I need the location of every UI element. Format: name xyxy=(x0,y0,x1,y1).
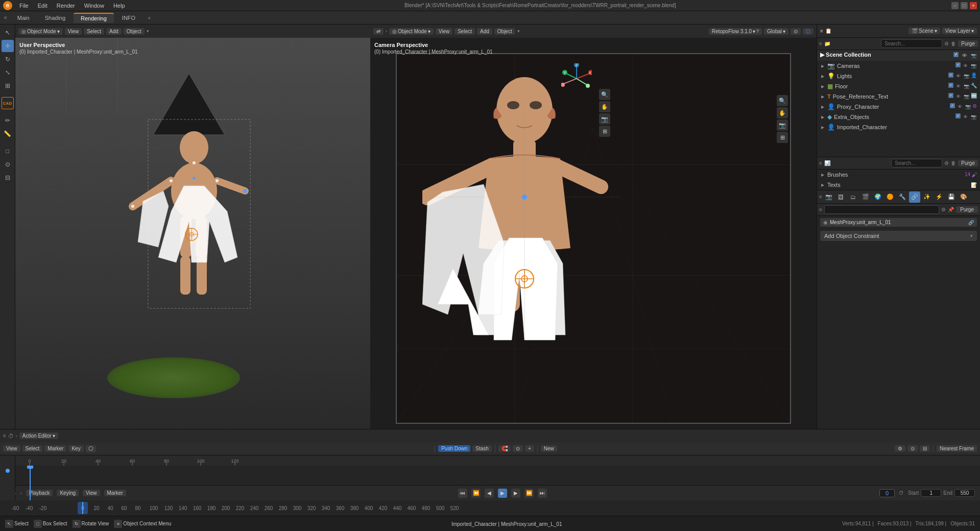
tab-info[interactable]: INFO xyxy=(115,13,142,22)
nearest-frame-btn[interactable]: Nearest Frame xyxy=(937,445,977,452)
object-menu-left[interactable]: Object xyxy=(124,28,145,35)
menu-edit[interactable]: Edit xyxy=(34,2,52,10)
jump-start-btn[interactable]: ⏮ xyxy=(458,489,467,498)
prev-keyframe-btn[interactable]: ⏪ xyxy=(471,489,481,498)
camera-vp-icon[interactable]: 📷 xyxy=(777,119,788,131)
outliner-item-imported[interactable]: ▶ 👤 Imported_Character xyxy=(817,122,980,132)
constraint-link-icon[interactable]: 🔗 xyxy=(968,220,974,225)
vis-cb-lights[interactable]: ✓ xyxy=(948,73,953,78)
tool-extra2[interactable]: ⊟ xyxy=(2,172,14,184)
next-frame-btn[interactable]: ▶ xyxy=(511,489,520,498)
shading-btns-right[interactable]: ⬡ xyxy=(803,28,814,35)
box-select-icon[interactable]: □ xyxy=(34,520,42,528)
tl-mode-btn[interactable]: ⊙ xyxy=(907,445,918,452)
end-frame-input[interactable]: 550 xyxy=(954,489,975,497)
prop-tab-output[interactable]: 🖼 xyxy=(835,191,847,203)
minimize-button[interactable]: − xyxy=(951,2,959,9)
tool-cad[interactable]: CAD xyxy=(2,97,14,109)
context-menu-icon[interactable]: ≡ xyxy=(114,520,122,528)
vis-cb-cameras[interactable]: ✓ xyxy=(955,62,961,67)
filter-icon[interactable]: ⚙ xyxy=(941,207,946,212)
grid-icon[interactable]: ⊞ xyxy=(599,126,610,137)
render-cameras[interactable]: 📷 xyxy=(970,62,977,69)
tool-scale[interactable]: ⤡ xyxy=(2,66,14,79)
data-search[interactable] xyxy=(891,159,942,167)
grid-icon-right[interactable]: ⊞ xyxy=(777,132,788,143)
action-editor-mode-btn[interactable]: Action Editor ▾ xyxy=(19,432,58,439)
play-btn[interactable]: ▶ xyxy=(498,489,507,498)
outliner-item-pose[interactable]: ▶ T Pose_Reference_Text ✓ 👁 📷 🔤 xyxy=(817,91,980,102)
menu-file[interactable]: File xyxy=(15,2,33,10)
eye-icon-scene[interactable]: 👁 xyxy=(961,52,968,59)
menu-render[interactable]: Render xyxy=(53,2,79,10)
retopoflow-btn-right[interactable]: RetopoFlow 3.1.0 ▾ ? xyxy=(709,28,762,35)
stash-btn[interactable]: Stash xyxy=(472,445,492,452)
playhead[interactable] xyxy=(30,466,31,500)
tool-move[interactable]: ✛ xyxy=(2,40,14,52)
close-button[interactable]: × xyxy=(970,2,977,9)
render-lights[interactable]: 📷 xyxy=(963,73,970,80)
start-frame-input[interactable]: 1 xyxy=(921,489,941,497)
vis-cb-proxy[interactable]: ✓ xyxy=(950,103,955,108)
tl-select-btn[interactable]: Select xyxy=(22,445,43,452)
tab-shading[interactable]: Shading xyxy=(38,13,73,22)
prop-tab-material[interactable]: 🎨 xyxy=(958,191,969,203)
outliner-item-floor[interactable]: ▶ ▦ Floor ✓ 👁 📷 🔧 xyxy=(817,81,980,91)
jump-end-btn[interactable]: ⏭ xyxy=(538,489,547,498)
data-purge-button[interactable]: Purge xyxy=(958,160,978,166)
prop-tab-scene[interactable]: 🎬 xyxy=(860,191,871,203)
tl-marker-btn[interactable]: Marker xyxy=(44,445,66,452)
tl-filters-btn[interactable]: ⚙ xyxy=(895,445,905,452)
render-floor[interactable]: 📷 xyxy=(963,83,970,90)
prop-tab-constraint[interactable]: 🔗 xyxy=(909,191,920,203)
prop-tab-modifier[interactable]: 🔧 xyxy=(897,191,908,203)
viewport-camera-canvas[interactable]: Camera Perspective (0) Imported_Characte… xyxy=(370,38,817,429)
vis-cb-extra[interactable]: ✓ xyxy=(955,113,961,118)
tl-key-btn[interactable]: Key xyxy=(68,445,83,452)
select-menu-left[interactable]: Select xyxy=(84,28,104,35)
mode-dropdown-left[interactable]: ◎ Object Mode ▾ xyxy=(18,28,63,35)
add-menu-right[interactable]: Add xyxy=(477,28,492,35)
tool-annotate[interactable]: ✏ xyxy=(2,114,14,127)
tl-proportional-btn[interactable]: ⊙ xyxy=(513,445,523,452)
tool-cursor[interactable]: ↖ xyxy=(2,27,14,39)
outliner-item-proxy[interactable]: ▶ 👤 Proxy_Character ✓ 👁 📷 ⚙ xyxy=(817,102,980,112)
add-tab-button[interactable]: + xyxy=(144,13,155,22)
camera-icon-vp[interactable]: 📷 xyxy=(599,113,610,125)
vis-cb-pose[interactable]: ✓ xyxy=(948,93,953,98)
render-icon-scene[interactable]: 📷 xyxy=(970,52,977,59)
tool-rotate[interactable]: ↻ xyxy=(2,53,14,65)
eye-icon-floor[interactable]: 👁 xyxy=(954,83,962,90)
vis-checkbox-scene[interactable]: ✓ xyxy=(953,52,959,57)
outliner-search[interactable] xyxy=(881,39,942,48)
texts-item[interactable]: ▶ Texts 📝 xyxy=(817,180,980,190)
tool-measure[interactable]: 📏 xyxy=(2,128,14,140)
prop-tab-view-layer[interactable]: 🗂 xyxy=(848,191,859,203)
menu-help[interactable]: Help xyxy=(109,2,129,10)
maximize-button[interactable]: □ xyxy=(961,2,968,9)
view-menu-left[interactable]: View xyxy=(65,28,82,35)
tl-key-icon[interactable]: ⬡ xyxy=(86,445,96,452)
hand-icon-right[interactable]: ✋ xyxy=(777,107,788,118)
render-proxy[interactable]: 📷 xyxy=(964,103,971,110)
render-pose[interactable]: 📷 xyxy=(963,93,970,100)
new-action-btn[interactable]: New xyxy=(541,445,557,452)
outliner-item-lights[interactable]: ▶ 💡 Lights ✓ 👁 📷 👤 xyxy=(817,71,980,81)
tl-filter2-btn[interactable]: ⊟ xyxy=(920,445,930,452)
tool-extra1[interactable]: ⊙ xyxy=(2,158,14,171)
magnify-icon[interactable]: 🔍 xyxy=(599,89,610,100)
eye-icon-lights[interactable]: 👁 xyxy=(954,73,962,80)
menu-window[interactable]: Window xyxy=(80,2,108,10)
toggle-camera-btn[interactable]: ⇌ xyxy=(373,28,384,35)
prop-tab-data[interactable]: 💾 xyxy=(946,191,957,203)
overlay-btn-right[interactable]: ⊙ xyxy=(791,28,801,35)
next-keyframe-btn[interactable]: ⏩ xyxy=(524,489,534,498)
purge-btn-props[interactable]: Purge xyxy=(956,206,978,213)
prev-frame-btn[interactable]: ◀ xyxy=(485,489,494,498)
tab-main[interactable]: Main xyxy=(10,13,37,22)
prop-tab-render[interactable]: 📷 xyxy=(823,191,834,203)
select-menu-right[interactable]: Select xyxy=(455,28,475,35)
tool-add-cube[interactable]: □ xyxy=(2,145,14,157)
marker-btn[interactable]: Marker xyxy=(104,490,126,496)
tl-add-btn[interactable]: + xyxy=(525,445,534,452)
